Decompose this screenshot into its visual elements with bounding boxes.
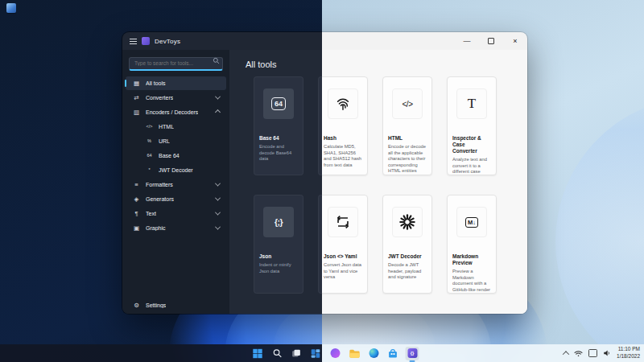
widgets-icon[interactable]: [309, 347, 323, 360]
tool-card-inspector-case-converter[interactable]: T Inspector & Case Converter Analyze tex…: [447, 76, 497, 175]
chevron-down-icon: [215, 180, 221, 186]
devtoys-taskbar-icon[interactable]: {}: [406, 347, 419, 360]
sidebar-item-html[interactable]: </> HTML: [126, 120, 226, 134]
markdown-icon: M↓: [456, 207, 487, 237]
text-icon: ¶: [132, 210, 141, 217]
sidebar-item-generators[interactable]: ◈ Generators: [126, 192, 226, 206]
base64-card-icon: 64: [263, 88, 294, 119]
tool-card-jwt-decoder[interactable]: JWT Decoder Decode a JWT header, payload…: [382, 195, 432, 294]
letter-t-icon: T: [456, 88, 487, 119]
minimize-button[interactable]: —: [455, 32, 479, 50]
converters-icon: ⇄: [132, 94, 141, 101]
clock-date: 1/18/2022: [617, 353, 640, 359]
edge-icon[interactable]: [367, 347, 381, 360]
speaker-icon[interactable]: [603, 349, 611, 357]
jwt-tool-icon: *: [145, 167, 154, 172]
fingerprint-icon: [328, 88, 358, 119]
search-icon: [213, 57, 220, 64]
encoders-decoders-icon: ▥: [132, 109, 141, 116]
window-title: DevToys: [155, 38, 180, 45]
maximize-button[interactable]: [479, 32, 503, 50]
store-icon[interactable]: [386, 347, 400, 360]
file-explorer-icon[interactable]: [348, 347, 361, 360]
code-tags-icon: </>: [392, 88, 423, 119]
tray-chevron-up-icon[interactable]: [563, 351, 569, 357]
system-tray: 11:10 PM 1/18/2022: [564, 344, 640, 362]
json-braces-icon: {;}: [263, 207, 294, 237]
all-tools-icon: ▦: [132, 80, 141, 87]
sidebar-item-settings[interactable]: ⚙ Settings: [122, 296, 229, 314]
taskbar-clock[interactable]: 11:10 PM 1/18/2022: [617, 346, 640, 360]
sidebar-item-url[interactable]: % URL: [126, 134, 226, 148]
hamburger-menu-icon[interactable]: [130, 41, 137, 42]
tool-card-json-yaml[interactable]: Json <> Yaml Convert Json data to Yaml a…: [318, 195, 368, 294]
taskbar-search-icon[interactable]: [270, 347, 284, 360]
start-button[interactable]: [251, 347, 265, 360]
generators-icon: ◈: [132, 195, 141, 203]
formatters-icon: ≡: [132, 181, 141, 188]
chevron-down-icon: [215, 93, 221, 99]
sidebar-item-all-tools[interactable]: ▦ All tools: [126, 76, 226, 90]
sidebar-nav: ▦ All tools ⇄ Converters ▥ Encoders / De…: [122, 76, 229, 297]
tool-card-hash[interactable]: Hash Calculate MD5, SHA1, SHA256 and SHA…: [318, 76, 368, 175]
chevron-down-icon: [215, 209, 221, 215]
search-input[interactable]: [129, 57, 223, 71]
clock-time: 11:10 PM: [618, 346, 640, 352]
gear-icon: ⚙: [132, 302, 141, 309]
sidebar-item-graphic[interactable]: ▣ Graphic: [126, 221, 226, 235]
chevron-down-icon: [215, 195, 221, 200]
sidebar-item-encoders-decoders[interactable]: ▥ Encoders / Decoders: [126, 105, 226, 119]
wifi-icon[interactable]: [574, 350, 583, 357]
desktop-icon-recycle-bin[interactable]: [6, 3, 16, 13]
sidebar: ▦ All tools ⇄ Converters ▥ Encoders / De…: [122, 50, 229, 314]
sidebar-item-converters[interactable]: ⇄ Converters: [126, 91, 226, 105]
bloom-petal: [555, 97, 644, 362]
url-tool-icon: %: [145, 138, 154, 143]
chat-icon[interactable]: [328, 347, 342, 360]
tool-card-html[interactable]: </> HTML Encode or decode all the applic…: [382, 76, 432, 175]
screen: DevToys — ×: [0, 0, 644, 362]
sidebar-item-base64[interactable]: 64 Base 64: [126, 149, 226, 162]
close-button[interactable]: ×: [503, 32, 527, 50]
tool-card-json[interactable]: {;} Json Indent or minify Json data: [254, 195, 303, 294]
graphic-icon: ▣: [132, 224, 141, 232]
sidebar-item-formatters[interactable]: ≡ Formatters: [126, 178, 226, 191]
sidebar-item-jwt-decoder[interactable]: * JWT Decoder: [126, 163, 226, 177]
tool-card-base64[interactable]: 64 Base 64 Encode and decode Base64 data: [254, 76, 303, 175]
touch-keyboard-icon[interactable]: [588, 349, 597, 357]
chevron-down-icon: [215, 224, 221, 229]
tool-card-markdown-preview[interactable]: M↓ Markdown Preview Preview a Markdown d…: [447, 195, 497, 294]
repeat-loop-icon: [328, 207, 358, 237]
burst-icon: [392, 207, 423, 237]
maximize-icon: [488, 38, 494, 44]
base64-tool-icon: 64: [145, 153, 154, 158]
html-tool-icon: </>: [145, 124, 154, 129]
sidebar-item-text[interactable]: ¶ Text: [126, 207, 226, 220]
devtoys-logo-icon: [142, 37, 150, 45]
chevron-up-icon: [215, 109, 221, 114]
task-view-icon[interactable]: [290, 347, 303, 360]
